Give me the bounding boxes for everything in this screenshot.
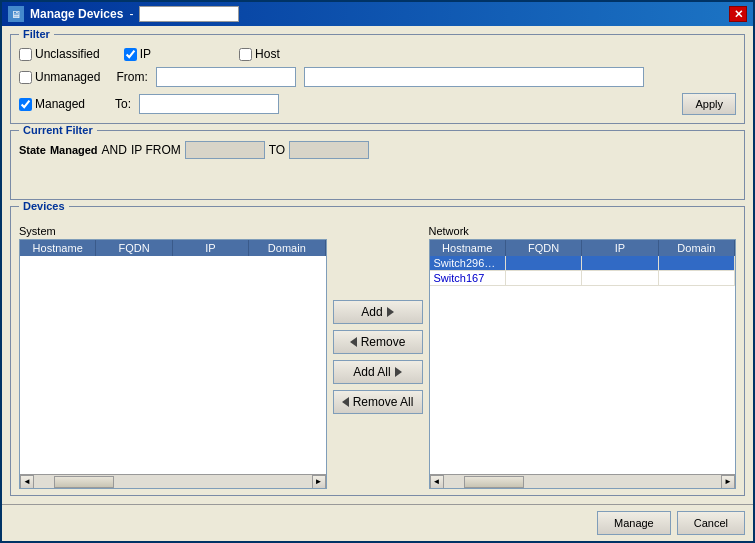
system-panel-title: System (19, 225, 327, 237)
managed-checkbox[interactable] (19, 98, 32, 111)
host-checkbox[interactable] (239, 48, 252, 61)
apply-button[interactable]: Apply (682, 93, 736, 115)
network-table-header: Hostname FQDN IP Domain (430, 240, 736, 256)
close-button[interactable]: ✕ (729, 6, 747, 22)
filter-state-row: State Managed AND IP FROM TO (19, 137, 736, 159)
network-table-body[interactable]: Switch2969-... Switch167 (430, 256, 736, 474)
unmanaged-label: Unmanaged (35, 70, 100, 84)
network-cell-ip-2 (582, 271, 658, 285)
filter-section: Unclassified IP Host Unmanaged (19, 43, 736, 115)
system-scroll-thumb[interactable] (54, 476, 114, 488)
ip-from-label: IP FROM (131, 143, 181, 157)
system-table-body (20, 256, 326, 474)
system-table: Hostname FQDN IP Domain ◄ ► (19, 239, 327, 489)
devices-content: System Hostname FQDN IP Domain ◄ (19, 217, 736, 489)
system-col-fqdn: FQDN (96, 240, 172, 256)
from-label: From: (116, 70, 147, 84)
filter-group: Filter Unclassified IP Host (10, 34, 745, 124)
table-row[interactable]: Switch167 (430, 271, 736, 286)
system-col-hostname: Hostname (20, 240, 96, 256)
managed-label: Managed (35, 97, 85, 111)
network-panel-title: Network (429, 225, 737, 237)
network-scroll-thumb[interactable] (464, 476, 524, 488)
state-label: State (19, 144, 46, 156)
unmanaged-checkbox-label[interactable]: Unmanaged (19, 70, 100, 84)
ip-checkbox-label[interactable]: IP (124, 47, 151, 61)
network-cell-domain (659, 256, 735, 270)
system-scroll-right[interactable]: ► (312, 475, 326, 489)
remove-arrow-icon (350, 337, 357, 347)
big-input-right[interactable] (304, 67, 644, 87)
remove-all-arrow-icon (342, 397, 349, 407)
ip-label: IP (140, 47, 151, 61)
network-scroll-left[interactable]: ◄ (430, 475, 444, 489)
network-cell-ip (582, 256, 658, 270)
unclassified-label: Unclassified (35, 47, 100, 61)
network-cell-fqdn-2 (506, 271, 582, 285)
network-panel: Network Hostname FQDN IP Domain Switch29… (429, 225, 737, 489)
table-row[interactable]: Switch2969-... (430, 256, 736, 271)
network-cell-fqdn (506, 256, 582, 270)
to-filter-label: TO (269, 143, 285, 157)
title-input[interactable] (139, 6, 239, 22)
system-scrollbar[interactable]: ◄ ► (20, 474, 326, 488)
add-button[interactable]: Add (333, 300, 423, 324)
add-all-button[interactable]: Add All (333, 360, 423, 384)
unclassified-checkbox-label[interactable]: Unclassified (19, 47, 100, 61)
system-scroll-left[interactable]: ◄ (20, 475, 34, 489)
unmanaged-checkbox[interactable] (19, 71, 32, 84)
managed-checkbox-label[interactable]: Managed (19, 97, 85, 111)
bottom-bar: Manage Cancel (2, 504, 753, 541)
filter-group-label: Filter (19, 28, 54, 40)
system-scroll-track[interactable] (34, 475, 312, 489)
host-label: Host (255, 47, 280, 61)
to-input[interactable] (139, 94, 279, 114)
add-arrow-icon (387, 307, 394, 317)
remove-all-label: Remove All (353, 395, 414, 409)
remove-all-button[interactable]: Remove All (333, 390, 423, 414)
network-scrollbar[interactable]: ◄ ► (430, 474, 736, 488)
network-col-domain: Domain (659, 240, 735, 256)
add-all-label: Add All (353, 365, 390, 379)
from-filter-input[interactable] (185, 141, 265, 159)
devices-group-label: Devices (19, 200, 69, 212)
system-col-domain: Domain (249, 240, 325, 256)
main-content: Filter Unclassified IP Host (2, 26, 753, 504)
window-icon: 🖥 (8, 6, 24, 22)
network-col-fqdn: FQDN (506, 240, 582, 256)
remove-button[interactable]: Remove (333, 330, 423, 354)
title-bar: 🖥 Manage Devices - ✕ (2, 2, 753, 26)
system-panel: System Hostname FQDN IP Domain ◄ (19, 225, 327, 489)
from-input[interactable] (156, 67, 296, 87)
network-col-hostname: Hostname (430, 240, 506, 256)
ip-checkbox[interactable] (124, 48, 137, 61)
system-table-header: Hostname FQDN IP Domain (20, 240, 326, 256)
unclassified-checkbox[interactable] (19, 48, 32, 61)
manage-button[interactable]: Manage (597, 511, 671, 535)
middle-controls: Add Remove Add All Remove All (333, 225, 423, 489)
devices-group: Devices System Hostname FQDN IP Domain (10, 206, 745, 496)
filter-row-1: Unclassified IP Host (19, 47, 736, 61)
network-cell-hostname-2: Switch167 (430, 271, 506, 285)
network-scroll-right[interactable]: ► (721, 475, 735, 489)
to-filter-input[interactable] (289, 141, 369, 159)
current-filter-group: Current Filter State Managed AND IP FROM… (10, 130, 745, 200)
cancel-button[interactable]: Cancel (677, 511, 745, 535)
network-scroll-track[interactable] (444, 475, 722, 489)
current-filter-label: Current Filter (19, 124, 97, 136)
network-cell-hostname: Switch2969-... (430, 256, 506, 270)
title-separator: - (129, 7, 133, 21)
add-label: Add (361, 305, 382, 319)
to-label: To: (115, 97, 131, 111)
state-value: Managed (50, 144, 98, 156)
filter-row-2: Unmanaged From: (19, 67, 736, 87)
system-col-ip: IP (173, 240, 249, 256)
filter-row-3: Managed To: Apply (19, 93, 736, 115)
remove-label: Remove (361, 335, 406, 349)
host-checkbox-label[interactable]: Host (239, 47, 280, 61)
title-bar-left: 🖥 Manage Devices - (8, 6, 239, 22)
network-cell-domain-2 (659, 271, 735, 285)
window-title: Manage Devices (30, 7, 123, 21)
network-table: Hostname FQDN IP Domain Switch2969-... (429, 239, 737, 489)
and-label: AND (102, 143, 127, 157)
